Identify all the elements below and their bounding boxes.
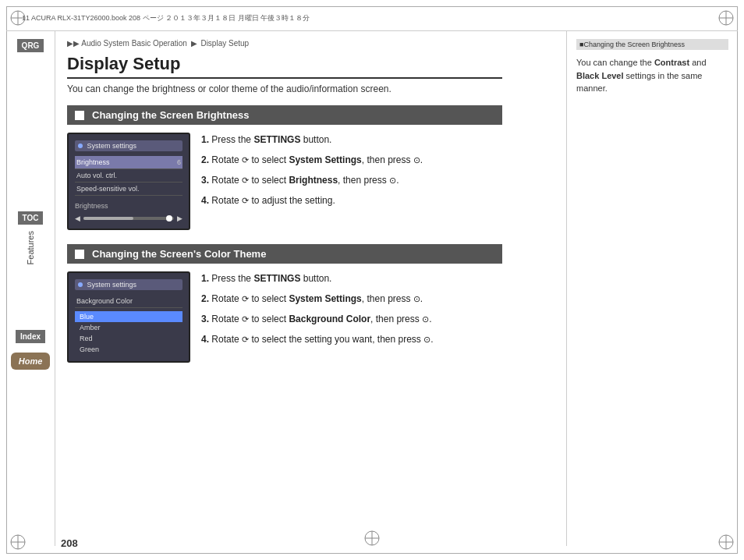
- screen2-dot: [78, 282, 83, 287]
- screen1-left-arrow: ◀: [75, 214, 80, 222]
- screen1-row1-value: 6: [177, 158, 181, 166]
- step2-1: 1. Press the SETTINGS button.: [201, 271, 502, 285]
- screen2-color-options: Blue Amber Red Green: [75, 311, 182, 355]
- step2-3: 3. Rotate ⟳ to select Background Color, …: [201, 312, 502, 326]
- step1-2: 2. Rotate ⟳ to select System Settings, t…: [201, 153, 502, 167]
- page-subtitle: You can change the brightness or color t…: [67, 83, 502, 94]
- screen2-mockup: System settings Background Color Blue Am…: [67, 271, 190, 363]
- page-number: 208: [61, 537, 78, 549]
- screen2-row-bg: Background Color: [75, 295, 182, 308]
- tab-home[interactable]: Home: [11, 353, 51, 370]
- screen1-slider-fill: [83, 217, 133, 220]
- screen1-slider-label: Brightness: [75, 202, 182, 210]
- sidebar-note-text: You can change the Contrast and Black Le…: [576, 56, 728, 95]
- breadcrumb: ▶▶ Audio System Basic Operation ▶ Displa…: [67, 39, 502, 48]
- screen1-row2-label: Auto vol. ctrl.: [76, 172, 117, 179]
- screen1-slider-thumb: [166, 215, 172, 222]
- screen1-title: System settings: [87, 142, 137, 150]
- color-red: Red: [75, 333, 182, 344]
- section1-icon: [75, 111, 84, 120]
- tab-index[interactable]: Index: [16, 330, 45, 343]
- breadcrumb-arrow1: ▶▶: [67, 39, 80, 48]
- step2-4: 4. Rotate ⟳ to select the setting you wa…: [201, 332, 502, 346]
- screen1-row2: Auto vol. ctrl.: [75, 169, 182, 183]
- screen1-mockup: System settings Brightness 6 Auto vol. c…: [67, 133, 190, 230]
- screen2-titlebar: System settings: [75, 279, 182, 290]
- sidebar-note-header: ■Changing the Screen Brightness: [576, 39, 728, 50]
- page-title: Display Setup: [67, 54, 502, 79]
- step1-1: 1. Press the SETTINGS button.: [201, 133, 502, 147]
- step1-3: 3. Rotate ⟳ to select Brightness, then p…: [201, 173, 502, 187]
- section2-icon: [75, 250, 84, 259]
- screen1-row1-label: Brightness: [76, 158, 110, 166]
- step2-2: 2. Rotate ⟳ to select System Settings, t…: [201, 292, 502, 306]
- section1-header: Changing the Screen Brightness: [67, 105, 502, 125]
- tab-qrg[interactable]: QRG: [17, 39, 44, 52]
- screen1-titlebar: System settings: [75, 140, 182, 151]
- tab-toc[interactable]: TOC: [18, 211, 44, 225]
- screen1-slider-track: [83, 217, 174, 220]
- step1-4: 4. Rotate ⟳ to adjust the setting.: [201, 193, 502, 207]
- screen1-slider: ◀ ▶: [75, 214, 182, 222]
- breadcrumb-arrow2: ▶: [191, 39, 197, 48]
- screen1-right-arrow: ▶: [177, 214, 182, 222]
- main-content: ▶▶ Audio System Basic Operation ▶ Displa…: [55, 31, 515, 546]
- screen1-dot: [78, 144, 83, 148]
- section2-header: Changing the Screen's Color Theme: [67, 244, 502, 264]
- section1-instructions: 1. Press the SETTINGS button. 2. Rotate …: [201, 133, 502, 230]
- print-info: 11 ACURA RLX-31TY26000.book 208 ページ ２０１３…: [22, 13, 310, 23]
- side-tabs: QRG TOC Features Index Home: [6, 31, 55, 554]
- screen1-row3: Speed-sensitive vol.: [75, 183, 182, 196]
- section1-content: System settings Brightness 6 Auto vol. c…: [67, 133, 502, 230]
- color-blue: Blue: [75, 311, 182, 322]
- color-green: Green: [75, 344, 182, 355]
- section2-content: System settings Background Color Blue Am…: [67, 271, 502, 363]
- section2-instructions: 1. Press the SETTINGS button. 2. Rotate …: [201, 271, 502, 363]
- screen1-row1: Brightness 6: [75, 156, 182, 169]
- right-sidebar: ■Changing the Screen Brightness You can …: [566, 31, 738, 546]
- crosshair-bottom: [363, 530, 381, 549]
- screen2-bg-label: Background Color: [76, 297, 133, 305]
- screen2-title: System settings: [87, 281, 137, 289]
- color-amber: Amber: [75, 322, 182, 333]
- screen1-row3-label: Speed-sensitive vol.: [76, 185, 140, 193]
- tab-features: Features: [26, 231, 35, 264]
- section2-title: Changing the Screen's Color Theme: [92, 248, 266, 260]
- breadcrumb-part1: Audio System Basic Operation: [81, 39, 187, 48]
- section1-title: Changing the Screen Brightness: [92, 109, 250, 121]
- top-bar: 11 ACURA RLX-31TY26000.book 208 ページ ２０１３…: [6, 6, 738, 31]
- breadcrumb-part2: Display Setup: [200, 39, 249, 48]
